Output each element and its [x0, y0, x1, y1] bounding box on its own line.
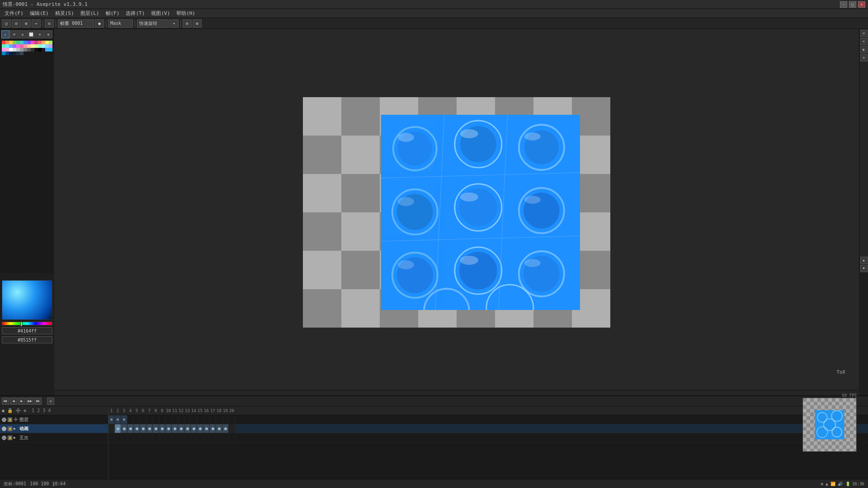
close-button[interactable]: × — [858, 1, 865, 8]
prev-frame-button[interactable]: ◀ — [10, 398, 17, 405]
palette-color-18[interactable] — [16, 44, 20, 48]
frame-cell-2-10[interactable] — [172, 433, 178, 442]
frame-cell-2-1[interactable] — [115, 433, 121, 442]
tool-eraser[interactable]: ⌫ — [10, 30, 18, 38]
layer-vis-3[interactable] — [2, 436, 6, 440]
frame-cell-1-5[interactable] — [140, 424, 146, 433]
frame-cell-1-11[interactable] — [178, 424, 184, 433]
frame-cell-0-16[interactable] — [210, 415, 216, 424]
toolbar-rotate[interactable]: 快速旋转 — [137, 19, 169, 28]
right-tool-4[interactable]: ⊟ — [860, 54, 868, 61]
right-tool-1[interactable]: ⊡ — [860, 30, 868, 37]
frame-cell-2-8[interactable] — [159, 433, 165, 442]
frame-cell-1-14[interactable] — [197, 424, 203, 433]
toolbar-tool-1[interactable]: ◲ — [2, 19, 11, 28]
frame-cell-1-7[interactable] — [153, 424, 159, 433]
menu-layer[interactable]: 图层(L) — [78, 9, 102, 17]
frame-cell-0-3[interactable] — [127, 415, 134, 424]
layer-row-3[interactable]: 🔒 ▶ 五次 — [0, 433, 108, 442]
layer-row-1[interactable]: 🔒 ➕ 图层 — [0, 415, 108, 424]
palette-color-22[interactable] — [31, 44, 34, 48]
frame-cell-2-3[interactable] — [127, 433, 134, 442]
frame-cell-0-0[interactable] — [108, 415, 115, 424]
palette-color-42[interactable] — [2, 52, 5, 55]
palette-color-6[interactable] — [24, 41, 27, 44]
palette-color-31[interactable] — [13, 48, 16, 52]
frame-cell-2-4[interactable] — [134, 433, 140, 442]
secondary-color-hex[interactable]: #8515ff — [2, 336, 52, 343]
palette-color-36[interactable] — [31, 48, 34, 52]
horizontal-scrollbar[interactable] — [54, 390, 859, 395]
frame-cell-2-18[interactable] — [222, 433, 229, 442]
tool-fill[interactable]: ◎ — [19, 30, 27, 38]
frame-cell-1-12[interactable] — [184, 424, 191, 433]
palette-color-23[interactable] — [34, 44, 38, 48]
layer-lock-1[interactable]: 🔒 — [8, 418, 12, 422]
frame-cell-1-2[interactable] — [121, 424, 127, 433]
next-frame-button[interactable]: ▶▶ — [26, 398, 33, 405]
palette-color-12[interactable] — [45, 41, 49, 44]
tool-move[interactable]: ✥ — [44, 30, 52, 38]
frame-cell-0-17[interactable] — [216, 415, 222, 424]
frame-cell-0-9[interactable] — [165, 415, 172, 424]
palette-color-30[interactable] — [9, 48, 13, 52]
canvas-area[interactable] — [54, 29, 859, 395]
main-sprite[interactable] — [381, 115, 580, 310]
palette-color-10[interactable] — [38, 41, 42, 44]
palette-color-41[interactable] — [49, 48, 52, 52]
maximize-button[interactable]: □ — [849, 1, 856, 8]
palette-color-28[interactable] — [2, 48, 5, 52]
palette-color-5[interactable] — [20, 41, 24, 44]
tool-select-rect[interactable]: ⬜ — [27, 30, 35, 38]
toolbar-dot[interactable]: ● — [95, 19, 104, 28]
frame-cell-1-3[interactable] — [127, 424, 134, 433]
frame-cell-2-6[interactable] — [146, 433, 153, 442]
menu-file[interactable]: 文件(F) — [2, 9, 26, 17]
frame-cell-2-5[interactable] — [140, 433, 146, 442]
palette-color-0[interactable] — [2, 41, 5, 44]
palette-color-25[interactable] — [42, 44, 45, 48]
palette-color-40[interactable] — [45, 48, 49, 52]
frame-cell-0-1[interactable] — [115, 415, 121, 424]
frame-cell-1-19[interactable] — [229, 424, 235, 433]
frame-cell-2-15[interactable] — [203, 433, 210, 442]
frame-cell-1-8[interactable] — [159, 424, 165, 433]
frame-cell-2-17[interactable] — [216, 433, 222, 442]
toolbar-tool-3[interactable]: ⊞ — [22, 19, 31, 28]
tool-lasso[interactable]: ⊘ — [36, 30, 44, 38]
toolbar-frame-label[interactable]: 帧覆 0001 — [58, 19, 94, 28]
frame-cell-0-11[interactable] — [178, 415, 184, 424]
frame-cell-0-18[interactable] — [222, 415, 229, 424]
palette-color-8[interactable] — [31, 41, 34, 44]
menu-edit[interactable]: 编辑(E) — [27, 9, 52, 17]
frame-cell-1-6[interactable] — [146, 424, 153, 433]
frame-cell-1-0[interactable] — [108, 424, 115, 433]
color-gradient[interactable] — [2, 280, 52, 320]
layer-expand-3[interactable]: ▶ — [14, 436, 18, 440]
toolbar-tool-5[interactable]: ⊡ — [45, 19, 54, 28]
palette-color-2[interactable] — [9, 41, 13, 44]
tool-pencil[interactable]: ✏ — [1, 30, 9, 38]
menu-frame[interactable]: 帧(F) — [103, 9, 123, 17]
palette-color-19[interactable] — [20, 44, 24, 48]
right-tool-2[interactable]: ≡ — [860, 38, 868, 45]
palette-color-7[interactable] — [27, 41, 31, 44]
frame-cell-1-4[interactable] — [134, 424, 140, 433]
frame-cell-0-14[interactable] — [197, 415, 203, 424]
layer-vis-2[interactable] — [2, 427, 6, 431]
palette-color-9[interactable] — [34, 41, 38, 44]
palette-color-15[interactable] — [5, 44, 9, 48]
palette-color-16[interactable] — [9, 44, 13, 48]
frame-cell-2-7[interactable] — [153, 433, 159, 442]
layer-row-2[interactable]: 🔒 ▶ 动画 — [0, 424, 108, 433]
palette-color-47[interactable] — [20, 52, 24, 55]
palette-color-43[interactable] — [5, 52, 9, 55]
frame-cell-0-12[interactable] — [184, 415, 191, 424]
frame-cell-2-19[interactable] — [229, 433, 235, 442]
frame-cell-2-12[interactable] — [184, 433, 191, 442]
layer-expand-1[interactable]: ➕ — [14, 418, 18, 422]
frame-cell-0-10[interactable] — [172, 415, 178, 424]
loop-button[interactable]: ↺ — [47, 398, 54, 405]
palette-color-32[interactable] — [16, 48, 20, 52]
frame-cell-1-13[interactable] — [191, 424, 197, 433]
